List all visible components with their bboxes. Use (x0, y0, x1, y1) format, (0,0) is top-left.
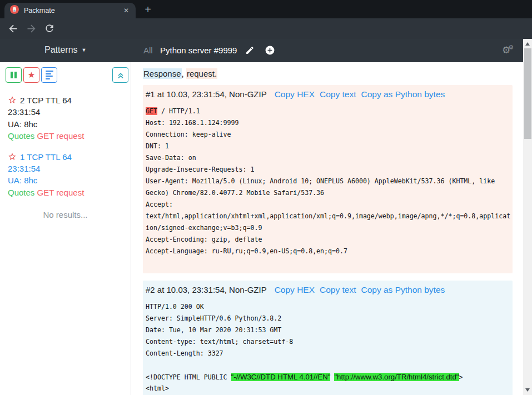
chevron-down-icon: ▼ (82, 47, 87, 53)
star-outline-icon[interactable] (8, 152, 17, 164)
copy-action-link[interactable]: Copy HEX (275, 89, 315, 99)
forward-icon[interactable] (26, 23, 37, 34)
packmate-favicon-icon (10, 5, 19, 16)
double-chevron-up-icon (116, 71, 125, 79)
copy-action-link[interactable]: Copy HEX (275, 285, 315, 295)
edit-pattern-icon[interactable] (245, 46, 255, 57)
copy-action-link[interactable]: Copy text (320, 89, 356, 99)
scrollbar-thumb[interactable] (524, 48, 531, 139)
packet-list: #1 at 10.03, 23:31:54, Non-GZIPCopy HEXC… (132, 85, 523, 395)
legend-segment: request. (186, 68, 217, 79)
back-icon[interactable] (7, 23, 19, 34)
packet-card-response: #2 at 10.03, 23:31:54, Non-GZIPCopy HEXC… (143, 281, 513, 395)
new-tab-button[interactable]: + (141, 3, 155, 17)
browser-tabstrip: Packmate ✕ + (0, 0, 532, 18)
main-content: Response, request. #1 at 10.03, 23:31:54… (132, 62, 523, 395)
tab-title: Packmate (24, 7, 122, 14)
item-title: 2 TCP TTL 64 (20, 96, 72, 105)
packet-header: #2 at 10.03, 23:31:54, Non-GZIP (146, 285, 267, 294)
item-title: 1 TCP TTL 64 (20, 152, 72, 162)
item-pattern-primary: Quotes (8, 188, 34, 197)
sidebar-item[interactable]: 1 TCP TTL 6423:31:54UA: 8hcQuotes GET re… (0, 151, 131, 199)
copy-action-link[interactable]: Copy as Python bytes (361, 285, 445, 295)
item-time: 23:31:54 (8, 163, 123, 174)
reload-icon[interactable] (44, 23, 56, 34)
align-left-icon (46, 71, 53, 79)
tab-close-icon[interactable]: ✕ (122, 7, 130, 14)
legend: Response, request. (143, 69, 523, 78)
sidebar-toolbar: ★ (0, 67, 131, 83)
packet-body: GET / HTTP/1.1Host: 192.168.1.124:9999Co… (146, 106, 510, 269)
item-time: 23:31:54 (8, 106, 123, 118)
packet-body: HTTP/1.0 200 OKServer: SimpleHTTP/0.6 Py… (146, 301, 510, 394)
item-ua: UA: 8hc (8, 118, 123, 130)
scroll-down-arrow[interactable] (525, 388, 530, 392)
screen: Packmate ✕ + Не защищено 192.168.1.124:6… (0, 0, 532, 395)
scroll-up-arrow[interactable] (525, 42, 530, 46)
tab-all[interactable]: All (143, 46, 153, 55)
copy-action-link[interactable]: Copy as Python bytes (361, 89, 445, 99)
sidebar: ★ 2 TCP TTL 6423:31:54UA: 8hcQuotes GET … (0, 62, 131, 395)
settings-gears-icon[interactable]: ⚙⚙ (502, 44, 514, 56)
collapse-sidebar-button[interactable] (112, 67, 128, 83)
item-ua: UA: 8hc (8, 174, 123, 186)
add-pattern-icon[interactable] (265, 45, 275, 58)
patterns-menu[interactable]: Patterns▼ (44, 45, 87, 55)
item-pattern-primary: Quotes (8, 131, 34, 141)
packet-header: #1 at 10.03, 23:31:54, Non-GZIP (146, 89, 267, 99)
browser-toolbar: Не защищено 192.168.1.124:65000/#/9999/1 (0, 18, 532, 39)
star-outline-icon[interactable] (8, 96, 17, 107)
sidebar-item[interactable]: 2 TCP TTL 6423:31:54UA: 8hcQuotes GET re… (0, 94, 131, 142)
browser-tab[interactable]: Packmate ✕ (4, 3, 136, 18)
copy-action-link[interactable]: Copy text (320, 285, 356, 295)
legend-segment: Response (143, 68, 182, 79)
legend-segment: , (182, 69, 186, 78)
no-results-text: No results... (0, 210, 131, 219)
tab-current-pattern[interactable]: Python server #9999 (160, 46, 237, 55)
item-pattern-secondary: GET request (37, 188, 84, 197)
favorites-filter-button[interactable]: ★ (23, 67, 39, 83)
packet-card-request: #1 at 10.03, 23:31:54, Non-GZIPCopy HEXC… (143, 85, 513, 273)
item-pattern-secondary: GET request (37, 131, 84, 141)
sidebar-list: 2 TCP TTL 6423:31:54UA: 8hcQuotes GET re… (0, 94, 131, 198)
app-header: Patterns▼ All Python server #9999 ⚙⚙ (0, 39, 532, 62)
filter-lines-button[interactable] (41, 67, 57, 83)
pause-capture-button[interactable] (6, 67, 22, 83)
page-scrollbar[interactable] (523, 39, 532, 395)
